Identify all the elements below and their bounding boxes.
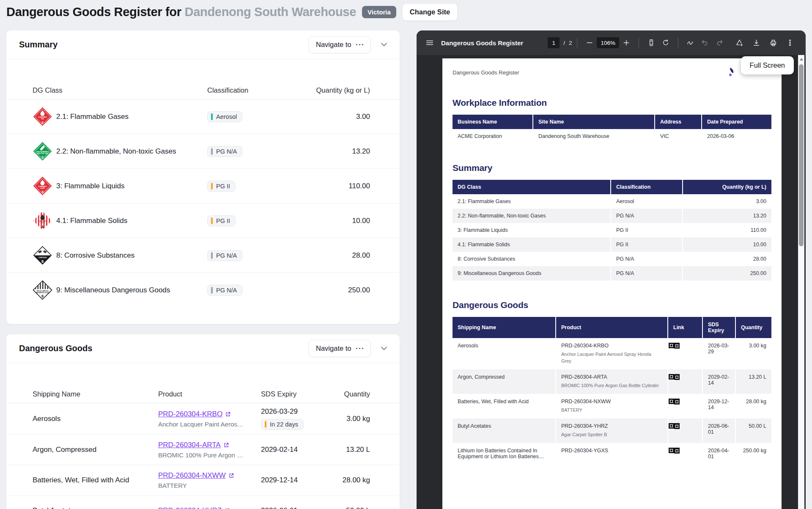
- zoom-out-icon[interactable]: [582, 36, 597, 50]
- table-row: NON-FLAMMABLE NON-TOXIC GAS 2 2.2: Non-f…: [6, 134, 400, 169]
- svg-text:9: 9: [41, 294, 44, 298]
- qr-code: [673, 373, 675, 381]
- toolbar-divider: [577, 38, 577, 48]
- print-icon[interactable]: [766, 36, 780, 50]
- table-row: Argon, Compressed PRD-260304-ARTABROMIC …: [453, 369, 771, 394]
- column-sds-expiry: SDS Expiry: [261, 390, 329, 398]
- svg-text:LIQUID: LIQUID: [40, 187, 45, 189]
- dg-class-label: 9: Miscellaneous Dangerous Goods: [56, 286, 207, 294]
- dg-class-label: 8: Corrosive Substances: [56, 251, 207, 260]
- svg-text:3: 3: [41, 190, 44, 194]
- goods-navigate-to-button[interactable]: Navigate to: [308, 340, 371, 357]
- classification-badge: PG N/A: [207, 250, 242, 261]
- table-row: Butyl Acetates PRD-260304-YHRZAgar Carpe…: [453, 418, 771, 443]
- quantity-value: 28.00: [307, 251, 370, 260]
- workplace-information-heading: Workplace Information: [453, 98, 771, 108]
- summary-navigate-to-button[interactable]: Navigate to: [308, 36, 371, 53]
- dangerous-goods-card-header: Dangerous Goods Navigate to: [6, 334, 400, 363]
- external-link-icon: [223, 442, 229, 448]
- product-link[interactable]: PRD-260304-NXWW: [158, 471, 234, 480]
- dangerous-goods-card: Dangerous Goods Navigate to Shipping Nam…: [6, 334, 400, 509]
- summary-collapse-button[interactable]: [379, 41, 389, 48]
- table-row: 2.1: Flammable GasesAerosol3.00: [453, 194, 771, 209]
- miscellaneous-diamond-icon: MISCELLANEOUS DANGEROUS GOODS 9: [33, 280, 56, 300]
- pdf-document-page: Dangerous Goods Register Workplace Infor…: [442, 58, 782, 509]
- sds-expiry-date: 2026-06-01: [261, 506, 329, 509]
- summary-card-header: Summary Navigate to: [6, 30, 400, 59]
- qr-code: [673, 342, 675, 349]
- dg-class-label: 2.1: Flammable Gases: [56, 113, 207, 121]
- site-name: Dandenong South Warehouse: [533, 129, 655, 143]
- svg-text:CORROSIVE: CORROSIVE: [38, 257, 47, 259]
- svg-text:SOLID: SOLID: [41, 222, 45, 224]
- table-row: CORROSIVE 8 8: Corrosive Substances PG N…: [6, 238, 400, 273]
- pdf-toolbar: Dangerous Goods Register 1 / 2 106%: [417, 30, 806, 55]
- pdf-scrollbar[interactable]: [798, 55, 804, 509]
- product-link[interactable]: PRD-260304-YHRZ: [158, 506, 230, 509]
- download-icon[interactable]: [749, 36, 763, 50]
- table-row: MISCELLANEOUS DANGEROUS GOODS 9 9: Misce…: [6, 273, 400, 307]
- page-number-input[interactable]: 1: [548, 37, 560, 48]
- page-total: 2: [569, 40, 572, 46]
- quantity-value: 3.00: [307, 113, 370, 121]
- toolbar-divider: [678, 38, 678, 48]
- table-row: 9: Miscellaneous Dangerous GoodsPG N/A25…: [453, 266, 771, 281]
- external-link-icon: [225, 411, 231, 417]
- quantity-value: 3.00 kg: [329, 415, 370, 423]
- annotate-icon[interactable]: [683, 36, 698, 50]
- badge-accent: [211, 148, 213, 155]
- redo-icon[interactable]: [712, 36, 727, 50]
- quantity-value: 13.20: [307, 147, 370, 156]
- full-screen-button[interactable]: Full Screen: [741, 56, 794, 74]
- external-link-icon: [228, 473, 234, 479]
- business-name: ACME Corporation: [453, 129, 533, 143]
- svg-text:GAS: GAS: [41, 118, 44, 120]
- svg-text:DANGEROUS GOODS: DANGEROUS GOODS: [36, 292, 49, 294]
- product-link[interactable]: PRD-260304-KRBO: [158, 410, 231, 418]
- svg-text:4: 4: [41, 225, 44, 229]
- chevron-down-icon: [381, 347, 387, 350]
- product-description: BATTERY: [158, 482, 261, 489]
- summary-table: DG Class Classification Quantity (kg or …: [453, 180, 771, 281]
- page-header: Dangerous Goods Register for Dandenong S…: [6, 3, 806, 21]
- table-row: 2.2: Non-flammable, Non-toxic GasesPG N/…: [453, 209, 771, 223]
- undo-icon[interactable]: [698, 36, 712, 50]
- corrosive-diamond-icon: CORROSIVE 8: [33, 245, 56, 265]
- zoom-level[interactable]: 106%: [597, 37, 619, 48]
- goods-collapse-button[interactable]: [379, 345, 389, 352]
- page-separator: /: [563, 40, 565, 46]
- dg-class-label: 2.2: Non-flammable, Non-toxic Gases: [56, 147, 207, 156]
- menu-icon[interactable]: [422, 36, 437, 50]
- page-title-prefix: Dangerous Goods Register for: [6, 5, 181, 19]
- page-title: Dangerous Goods Register for Dandenong S…: [6, 5, 356, 19]
- product-link[interactable]: PRD-260304-ARTA: [158, 441, 229, 449]
- quantity-value: 250.00: [307, 286, 370, 294]
- table-row: ACME Corporation Dandenong South Warehou…: [453, 129, 771, 143]
- rotate-icon[interactable]: [658, 36, 673, 50]
- add-to-drive-icon[interactable]: [732, 36, 746, 50]
- product-description: BROMIC 100% Pure Argon …: [158, 451, 261, 459]
- table-row: Lithium Ion Batteries Contained In Equip…: [453, 443, 771, 464]
- change-site-button[interactable]: Change Site: [402, 3, 458, 21]
- scrollbar-thumb[interactable]: [799, 64, 804, 246]
- fit-to-page-icon[interactable]: [644, 36, 658, 50]
- summary-card-title: Summary: [19, 40, 58, 50]
- page-controls: 1 / 2: [548, 37, 572, 48]
- scroll-up-arrow-icon[interactable]: [800, 58, 803, 61]
- summary-table-header: DG Class Classification Quantity (kg or …: [6, 81, 400, 99]
- summary-card: Summary Navigate to DG Class Classificat…: [6, 30, 400, 324]
- column-product: Product: [158, 390, 261, 398]
- navigate-to-label: Navigate to: [316, 41, 351, 49]
- kebab-menu-icon[interactable]: [783, 36, 797, 50]
- company-logo-icon: [727, 67, 736, 78]
- address: VIC: [655, 129, 702, 143]
- flammable-liquid-diamond-icon: FLAMMABLE LIQUID 3: [33, 176, 56, 196]
- table-row: Aerosols PRD-260304-KRBO Anchor Lacquer …: [6, 403, 400, 435]
- expiry-badge: In 22 days: [261, 419, 304, 430]
- zoom-in-icon[interactable]: [619, 36, 634, 50]
- svg-text:NON-TOXIC GAS: NON-TOXIC GAS: [37, 153, 48, 154]
- dangerous-goods-table: Shipping Name Product Link SDS Expiry Qu…: [453, 317, 771, 464]
- dg-class-label: 4.1: Flammable Solids: [56, 217, 207, 225]
- svg-text:8: 8: [41, 259, 44, 264]
- navigate-to-label: Navigate to: [316, 344, 351, 352]
